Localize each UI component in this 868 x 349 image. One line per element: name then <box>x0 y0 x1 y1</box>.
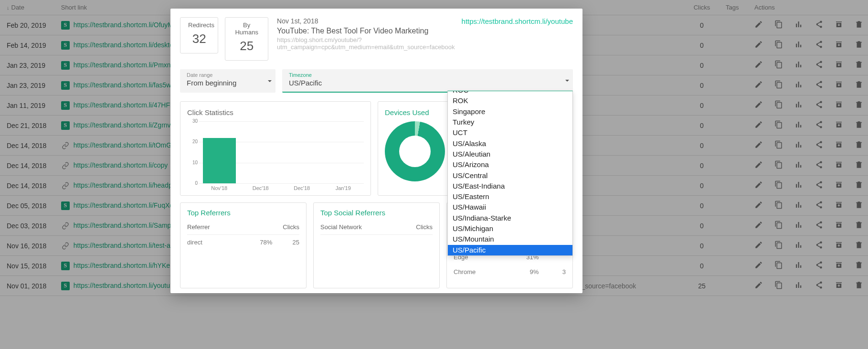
timezone-option[interactable]: US/Mountain <box>448 234 572 244</box>
timezone-option[interactable]: UCT <box>448 127 572 138</box>
timezone-option[interactable]: ROC <box>448 91 572 95</box>
redirects-label: Redirects <box>188 21 210 29</box>
timezone-option[interactable]: US/Indiana-Starke <box>448 213 572 223</box>
top-social-card: Top Social Referrers Social NetworkClick… <box>313 202 440 288</box>
timezone-option[interactable]: ROK <box>448 95 572 106</box>
x-tick: Dec'18 <box>240 185 282 191</box>
click-stats-chart: 0102030 <box>199 121 364 183</box>
timezone-option[interactable]: US/Aleutian <box>448 149 572 159</box>
y-tick: 20 <box>188 139 198 144</box>
timezone-option[interactable]: US/Alaska <box>448 138 572 149</box>
y-tick: 10 <box>188 160 198 165</box>
modal-short-link[interactable]: https://testbrand.shortcm.li/youtube <box>462 17 573 25</box>
caret-down-icon <box>565 80 569 82</box>
click-stats-title: Click Statistics <box>187 108 364 116</box>
data-row: direct78%25 <box>187 235 299 250</box>
y-tick: 30 <box>188 118 198 124</box>
x-tick: Jan'19 <box>323 185 364 191</box>
timezone-option[interactable]: Singapore <box>448 106 572 117</box>
data-row: Chrome9%3 <box>454 264 566 279</box>
timezone-option[interactable]: US/Central <box>448 170 572 181</box>
timezone-option[interactable]: US/Pacific <box>448 245 572 255</box>
y-tick: 0 <box>188 180 198 186</box>
timezone-option[interactable]: US/Arizona <box>448 159 572 170</box>
click-statistics-card: Click Statistics 0102030 Nov'18Dec'18Dec… <box>180 101 371 196</box>
timezone-select[interactable]: Timezone US/Pacific <box>282 69 573 93</box>
caret-down-icon <box>268 80 272 82</box>
social-header: Social Network <box>320 223 399 231</box>
humans-stat: By Humans 25 <box>225 17 268 61</box>
daterange-value: From beginning <box>187 79 270 87</box>
timezone-option[interactable]: US/East-Indiana <box>448 181 572 191</box>
redirects-value: 32 <box>188 32 210 46</box>
devices-donut-chart <box>385 121 445 181</box>
modal-date: Nov 1st, 2018 <box>277 17 455 25</box>
x-tick: Nov'18 <box>199 185 240 191</box>
chart-bar <box>203 138 236 183</box>
timezone-option[interactable]: US/Eastern <box>448 191 572 202</box>
humans-value: 25 <box>233 39 260 53</box>
modal-title: YouTube: The Best Tool For Video Marketi… <box>277 27 455 35</box>
timezone-value: US/Pacific <box>289 79 567 87</box>
timezone-label: Timezone <box>289 72 567 78</box>
x-tick: Dec'18 <box>281 185 323 191</box>
timezone-option[interactable]: US/Hawaii <box>448 202 572 212</box>
clicks-header: Clicks <box>399 223 433 231</box>
clicks-header: Clicks <box>266 223 300 231</box>
humans-label: By Humans <box>233 21 260 36</box>
timezone-dropdown[interactable]: Pacific/WallisPacific/YapPolandPortugalR… <box>447 91 573 256</box>
referrer-header: Referrer <box>187 223 266 231</box>
daterange-label: Date range <box>187 72 270 78</box>
top-referrers-card: Top Referrers ReferrerClicks direct78%25 <box>180 202 307 288</box>
redirects-stat: Redirects 32 <box>180 17 218 53</box>
top-referrers-title: Top Referrers <box>187 209 299 217</box>
timezone-option[interactable]: US/Michigan <box>448 223 572 234</box>
stats-modal: Redirects 32 By Humans 25 Nov 1st, 2018 … <box>170 9 582 293</box>
modal-long-url: https://blog.short.cm/youtube/?utm_campa… <box>277 36 455 51</box>
timezone-option[interactable]: Turkey <box>448 117 572 127</box>
top-social-title: Top Social Referrers <box>320 209 433 217</box>
daterange-select[interactable]: Date range From beginning <box>180 69 275 93</box>
